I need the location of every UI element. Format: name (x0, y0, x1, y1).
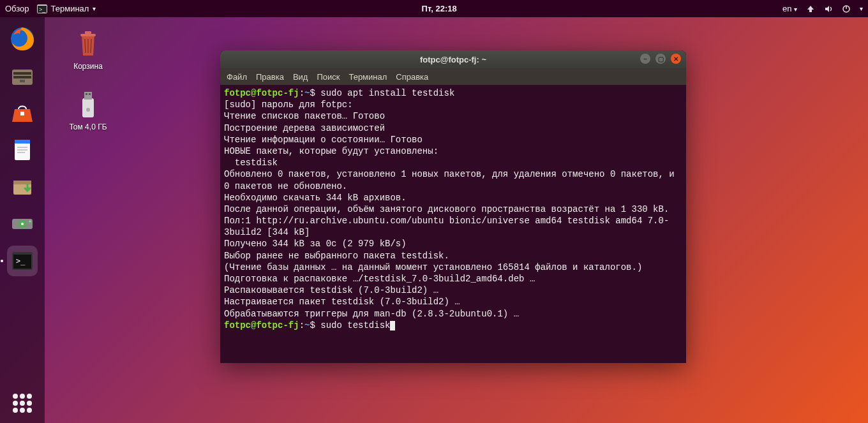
package-icon (10, 174, 35, 200)
window-titlebar[interactable]: fotpc@fotpc-fj: ~ – ▢ ✕ (220, 50, 686, 68)
show-applications-button[interactable] (13, 394, 32, 413)
svg-rect-7 (13, 72, 31, 75)
svg-point-21 (29, 221, 31, 223)
desktop-trash[interactable]: Корзина (63, 29, 114, 71)
svg-text:>_: >_ (16, 256, 26, 265)
firefox-icon (10, 26, 35, 52)
clock[interactable]: Пт, 22:18 (96, 4, 782, 13)
document-icon (10, 137, 35, 163)
dock-files[interactable] (7, 61, 38, 91)
terminal-window: fotpc@fotpc-fj: ~ – ▢ ✕ Файл Правка Вид … (220, 50, 686, 363)
trash-icon (73, 29, 103, 59)
prompt-user-2: fotpc@fotpc-fj (224, 320, 299, 330)
dock-terminal[interactable]: >_ (7, 246, 38, 276)
power-icon[interactable] (842, 4, 851, 13)
svg-rect-26 (85, 31, 91, 34)
network-icon[interactable] (806, 4, 815, 13)
terminal-menubar: Файл Правка Вид Поиск Терминал Справка (220, 68, 686, 85)
activities-button[interactable]: Обзор (5, 4, 29, 13)
svg-rect-17 (13, 181, 31, 184)
dock-writer[interactable] (7, 135, 38, 165)
disk-icon (10, 211, 35, 237)
terminal-output-text: [sudo] пароль для fotpc: Чтение списков … (224, 100, 680, 318)
svg-line-27 (85, 39, 86, 53)
dock-software[interactable] (7, 98, 38, 128)
svg-rect-25 (80, 34, 96, 36)
desktop-volume[interactable]: Том 4,0 ГБ (63, 89, 114, 131)
dock-firefox[interactable] (7, 24, 38, 54)
terminal-cursor (390, 321, 395, 330)
menu-view[interactable]: Вид (293, 72, 308, 82)
svg-rect-9 (20, 80, 25, 82)
svg-rect-8 (13, 76, 31, 78)
svg-line-29 (91, 39, 91, 53)
svg-rect-10 (20, 112, 24, 115)
window-title: fotpc@fotpc-fj: ~ (420, 55, 486, 64)
software-center-icon (10, 100, 35, 126)
terminal-app-icon: >_ (10, 248, 35, 274)
terminal-output[interactable]: fotpc@fotpc-fj:~$ sudo apt install testd… (220, 85, 686, 363)
menu-file[interactable]: Файл (227, 72, 247, 82)
window-maximize-button[interactable]: ▢ (655, 54, 666, 64)
window-close-button[interactable]: ✕ (671, 54, 681, 64)
command-1: sudo apt install testdisk (320, 88, 454, 98)
terminal-icon: >_ (37, 4, 47, 13)
window-minimize-button[interactable]: – (640, 54, 650, 64)
app-menu-label: Терминал (51, 4, 89, 13)
desktop-volume-label: Том 4,0 ГБ (63, 122, 114, 131)
prompt-user: fotpc@fotpc-fj (224, 88, 299, 98)
dock: >_ (0, 17, 45, 423)
command-2: sudo testdisk (320, 320, 390, 330)
keyboard-layout-indicator[interactable]: en ▾ (782, 4, 797, 13)
svg-rect-12 (15, 140, 30, 144)
svg-rect-31 (84, 92, 92, 100)
svg-rect-33 (89, 93, 91, 95)
dock-installer[interactable] (7, 172, 38, 202)
files-icon (10, 63, 35, 89)
menu-edit[interactable]: Правка (256, 72, 284, 82)
usb-drive-icon (73, 89, 103, 120)
desktop-trash-label: Корзина (63, 62, 114, 71)
menu-terminal[interactable]: Терминал (348, 72, 387, 82)
menu-search[interactable]: Поиск (317, 72, 340, 82)
svg-point-20 (21, 223, 24, 225)
top-panel: Обзор >_ Терминал ▾ Пт, 22:18 en ▾ ▾ (0, 0, 868, 17)
svg-text:>_: >_ (39, 6, 46, 13)
menu-help[interactable]: Справка (396, 72, 428, 82)
app-menu[interactable]: >_ Терминал ▾ (37, 4, 96, 13)
dock-disks[interactable] (7, 209, 38, 239)
volume-icon[interactable] (824, 4, 833, 13)
svg-point-34 (86, 108, 90, 112)
svg-rect-32 (86, 93, 87, 95)
system-menu-arrow[interactable]: ▾ (860, 5, 863, 12)
